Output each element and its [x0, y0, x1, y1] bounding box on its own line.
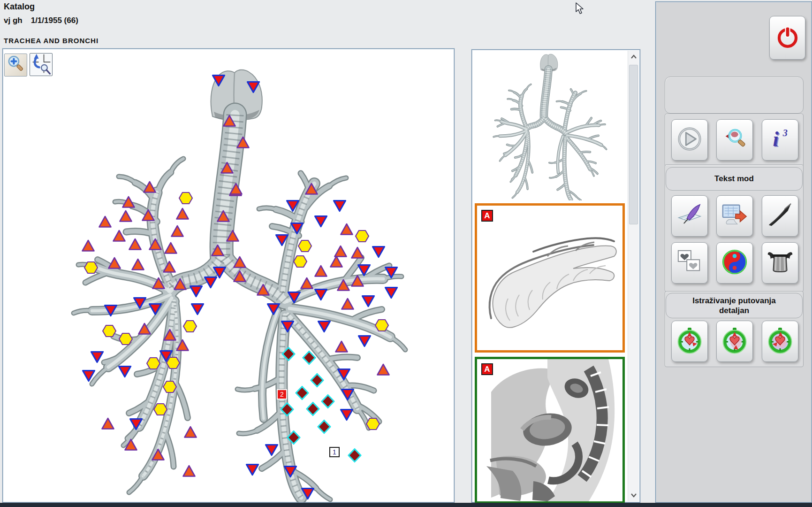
marker-triangle_down[interactable] — [359, 336, 371, 346]
number-badge-label: 1 — [333, 448, 336, 456]
istrazivanje-label: Istraživanje putovanja detaljan — [666, 293, 803, 318]
marker-hexagon[interactable] — [154, 404, 167, 415]
zoom-in-button[interactable] — [4, 54, 27, 77]
marker-triangle_down[interactable] — [91, 352, 103, 362]
pelvis-image — [477, 359, 622, 501]
marker-triangle_up[interactable] — [177, 208, 189, 219]
marker-diamond[interactable] — [322, 395, 334, 408]
marker-triangle_down[interactable] — [386, 288, 397, 298]
marker-triangle_down[interactable] — [247, 465, 258, 475]
thumbnail-pancreas[interactable]: A — [475, 203, 625, 353]
scroll-up-button[interactable] — [628, 51, 639, 63]
marker-hexagon[interactable] — [147, 358, 160, 369]
marker-triangle_up[interactable] — [165, 243, 177, 254]
scrollbar-thumb[interactable] — [629, 65, 638, 224]
export-screen-button[interactable] — [716, 195, 753, 237]
marker-diamond[interactable] — [318, 421, 330, 433]
marker-diamond[interactable] — [296, 387, 308, 399]
marker-triangle_up[interactable] — [342, 299, 354, 309]
marker-hexagon[interactable] — [84, 262, 98, 273]
number-badge-label: 2 — [280, 391, 284, 398]
pancreas-image — [477, 206, 622, 350]
scroll-down-button[interactable] — [628, 489, 639, 501]
trachea-bronchi-image[interactable]: 21 — [3, 49, 455, 503]
page-title: TRACHEA AND BRONCHI — [4, 37, 99, 45]
patient-info: vj gh1/1/1955 (66) — [4, 16, 87, 25]
marker-triangle_down[interactable] — [315, 216, 327, 227]
annotation-badge: A — [481, 210, 493, 222]
patient-dob: 1/1/1955 (66) — [31, 16, 78, 25]
marker-triangle_down[interactable] — [190, 286, 202, 297]
svg-text:i: i — [773, 127, 779, 151]
marker-triangle_down[interactable] — [363, 296, 374, 307]
zoom-in-icon — [6, 54, 26, 77]
marker-triangle_up[interactable] — [132, 259, 144, 270]
marker-triangle_up[interactable] — [341, 224, 353, 235]
marker-triangle_up[interactable] — [301, 278, 313, 289]
marker-hexagon[interactable] — [366, 418, 379, 430]
marker-triangle_up[interactable] — [336, 341, 348, 352]
marker-hexagon[interactable] — [103, 325, 116, 337]
marker-triangle_up[interactable] — [183, 466, 195, 476]
marker-diamond[interactable] — [303, 352, 315, 364]
marker-triangle_up[interactable] — [335, 246, 347, 257]
marker-triangle_up[interactable] — [315, 266, 327, 277]
marker-triangle_up[interactable] — [99, 216, 111, 227]
marker-hexagon[interactable] — [119, 333, 132, 345]
annotation-badge: A — [481, 363, 493, 375]
thumbnail-trachea-bronchi[interactable] — [475, 52, 625, 201]
chevron-up-icon — [630, 54, 637, 59]
app-title: Katalog — [4, 2, 35, 12]
marker-triangle_up[interactable] — [102, 418, 114, 429]
svg-text:3: 3 — [782, 128, 788, 138]
marker-triangle_up[interactable] — [352, 247, 364, 258]
marker-triangle_down[interactable] — [119, 367, 131, 377]
yin-yang-button[interactable] — [716, 242, 753, 284]
write-note-button[interactable] — [671, 195, 708, 237]
marker-triangle_up[interactable] — [185, 427, 197, 438]
search-button[interactable] — [716, 119, 753, 161]
marker-triangle_up[interactable] — [129, 239, 141, 250]
discard-hat-button[interactable] — [762, 242, 798, 284]
journey-detail-button-3[interactable] — [762, 321, 798, 362]
marker-triangle_down[interactable] — [315, 290, 327, 300]
thumbnail-scrollbar[interactable] — [628, 51, 639, 501]
marker-triangle_down[interactable] — [319, 322, 330, 332]
marker-hexagon[interactable] — [294, 256, 307, 267]
marker-triangle_down[interactable] — [192, 304, 204, 315]
journey-detail-button-1[interactable] — [671, 321, 708, 362]
marker-triangle_up[interactable] — [120, 211, 132, 222]
search-magnifier-icon — [721, 125, 748, 154]
magician-hat-icon — [766, 248, 794, 277]
marker-hexagon[interactable] — [167, 357, 180, 369]
scalpel-button[interactable] — [762, 195, 798, 237]
marker-hexagon[interactable] — [183, 321, 197, 332]
marker-triangle_up[interactable] — [331, 256, 342, 267]
info-cubed-icon: i i 3 — [766, 125, 794, 154]
marker-hexagon[interactable] — [298, 240, 311, 252]
marker-hexagon[interactable] — [163, 381, 176, 392]
marker-triangle_down[interactable] — [334, 201, 346, 211]
thumbnail-list-panel: A A — [471, 49, 640, 503]
marker-triangle_up[interactable] — [378, 364, 389, 375]
marker-triangle_up[interactable] — [83, 240, 94, 251]
journey-detail-button-2[interactable] — [716, 321, 753, 362]
marker-diamond[interactable] — [349, 449, 361, 462]
marker-diamond[interactable] — [311, 374, 323, 387]
compare-images-button[interactable] — [671, 242, 708, 284]
exit-button[interactable] — [769, 16, 805, 60]
pan-select-button[interactable] — [30, 53, 53, 76]
marker-diamond[interactable] — [307, 403, 319, 415]
marker-triangle_down[interactable] — [341, 410, 353, 420]
marker-triangle_down[interactable] — [266, 445, 278, 455]
play-button[interactable] — [671, 119, 708, 161]
marker-hexagon[interactable] — [179, 192, 192, 204]
u-arrow-magnifier-icon — [30, 53, 52, 77]
thumbnail-pelvis-sagittal[interactable]: A — [475, 357, 625, 504]
marker-hexagon[interactable] — [375, 320, 388, 331]
marker-triangle_down[interactable] — [373, 247, 385, 257]
marker-triangle_up[interactable] — [172, 226, 183, 237]
chevron-down-icon — [630, 493, 637, 498]
marker-hexagon[interactable] — [356, 230, 369, 242]
info-button[interactable]: i i 3 — [762, 119, 798, 161]
